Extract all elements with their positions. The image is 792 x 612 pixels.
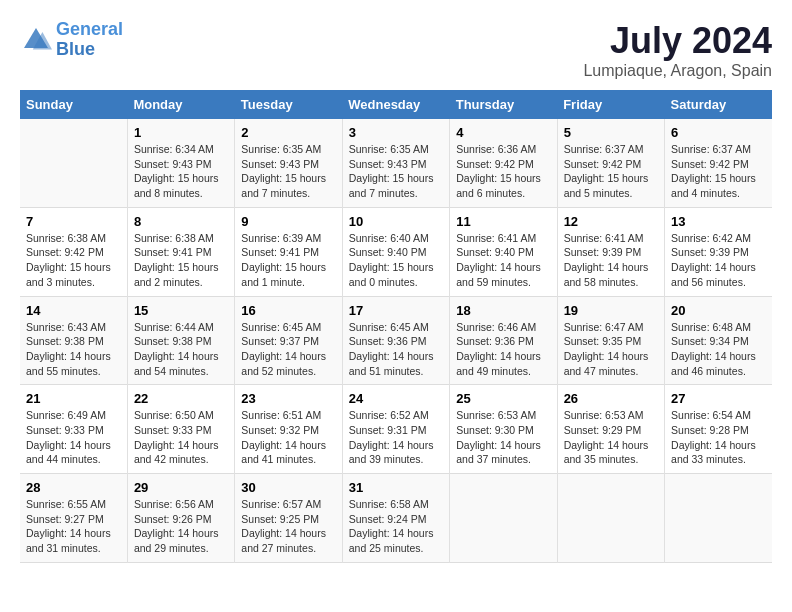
day-cell: 5Sunrise: 6:37 AMSunset: 9:42 PMDaylight… (557, 119, 664, 207)
day-number: 14 (26, 303, 121, 318)
day-info: Sunrise: 6:42 AMSunset: 9:39 PMDaylight:… (671, 231, 766, 290)
day-info: Sunrise: 6:41 AMSunset: 9:39 PMDaylight:… (564, 231, 658, 290)
subtitle: Lumpiaque, Aragon, Spain (583, 62, 772, 80)
day-number: 23 (241, 391, 335, 406)
main-title: July 2024 (583, 20, 772, 62)
day-cell: 7Sunrise: 6:38 AMSunset: 9:42 PMDaylight… (20, 207, 127, 296)
day-info: Sunrise: 6:38 AMSunset: 9:42 PMDaylight:… (26, 231, 121, 290)
day-cell: 28Sunrise: 6:55 AMSunset: 9:27 PMDayligh… (20, 474, 127, 563)
day-cell (450, 474, 557, 563)
day-cell: 18Sunrise: 6:46 AMSunset: 9:36 PMDayligh… (450, 296, 557, 385)
day-cell: 27Sunrise: 6:54 AMSunset: 9:28 PMDayligh… (665, 385, 772, 474)
day-number: 19 (564, 303, 658, 318)
day-info: Sunrise: 6:56 AMSunset: 9:26 PMDaylight:… (134, 497, 228, 556)
week-row-5: 28Sunrise: 6:55 AMSunset: 9:27 PMDayligh… (20, 474, 772, 563)
header-saturday: Saturday (665, 90, 772, 119)
day-number: 26 (564, 391, 658, 406)
day-number: 8 (134, 214, 228, 229)
logo-line1: General (56, 19, 123, 39)
day-number: 10 (349, 214, 443, 229)
day-info: Sunrise: 6:53 AMSunset: 9:30 PMDaylight:… (456, 408, 550, 467)
header-friday: Friday (557, 90, 664, 119)
day-cell: 13Sunrise: 6:42 AMSunset: 9:39 PMDayligh… (665, 207, 772, 296)
day-cell: 15Sunrise: 6:44 AMSunset: 9:38 PMDayligh… (127, 296, 234, 385)
day-number: 16 (241, 303, 335, 318)
day-number: 29 (134, 480, 228, 495)
day-info: Sunrise: 6:45 AMSunset: 9:37 PMDaylight:… (241, 320, 335, 379)
day-info: Sunrise: 6:47 AMSunset: 9:35 PMDaylight:… (564, 320, 658, 379)
day-number: 24 (349, 391, 443, 406)
day-number: 3 (349, 125, 443, 140)
day-number: 21 (26, 391, 121, 406)
day-number: 15 (134, 303, 228, 318)
calendar-table: SundayMondayTuesdayWednesdayThursdayFrid… (20, 90, 772, 563)
day-cell: 30Sunrise: 6:57 AMSunset: 9:25 PMDayligh… (235, 474, 342, 563)
day-number: 27 (671, 391, 766, 406)
day-cell: 20Sunrise: 6:48 AMSunset: 9:34 PMDayligh… (665, 296, 772, 385)
day-cell: 12Sunrise: 6:41 AMSunset: 9:39 PMDayligh… (557, 207, 664, 296)
day-cell: 22Sunrise: 6:50 AMSunset: 9:33 PMDayligh… (127, 385, 234, 474)
day-number: 5 (564, 125, 658, 140)
header-thursday: Thursday (450, 90, 557, 119)
page-header: General Blue July 2024 Lumpiaque, Aragon… (20, 20, 772, 80)
day-info: Sunrise: 6:46 AMSunset: 9:36 PMDaylight:… (456, 320, 550, 379)
day-cell: 23Sunrise: 6:51 AMSunset: 9:32 PMDayligh… (235, 385, 342, 474)
day-cell: 19Sunrise: 6:47 AMSunset: 9:35 PMDayligh… (557, 296, 664, 385)
day-cell: 16Sunrise: 6:45 AMSunset: 9:37 PMDayligh… (235, 296, 342, 385)
day-number: 20 (671, 303, 766, 318)
day-cell: 9Sunrise: 6:39 AMSunset: 9:41 PMDaylight… (235, 207, 342, 296)
logo: General Blue (20, 20, 123, 60)
day-cell: 17Sunrise: 6:45 AMSunset: 9:36 PMDayligh… (342, 296, 449, 385)
day-cell: 1Sunrise: 6:34 AMSunset: 9:43 PMDaylight… (127, 119, 234, 207)
day-number: 28 (26, 480, 121, 495)
week-row-4: 21Sunrise: 6:49 AMSunset: 9:33 PMDayligh… (20, 385, 772, 474)
week-row-2: 7Sunrise: 6:38 AMSunset: 9:42 PMDaylight… (20, 207, 772, 296)
logo-icon (20, 24, 52, 56)
day-cell: 31Sunrise: 6:58 AMSunset: 9:24 PMDayligh… (342, 474, 449, 563)
day-number: 7 (26, 214, 121, 229)
day-cell (557, 474, 664, 563)
day-info: Sunrise: 6:44 AMSunset: 9:38 PMDaylight:… (134, 320, 228, 379)
day-number: 9 (241, 214, 335, 229)
day-info: Sunrise: 6:38 AMSunset: 9:41 PMDaylight:… (134, 231, 228, 290)
day-cell: 6Sunrise: 6:37 AMSunset: 9:42 PMDaylight… (665, 119, 772, 207)
day-cell: 21Sunrise: 6:49 AMSunset: 9:33 PMDayligh… (20, 385, 127, 474)
day-info: Sunrise: 6:34 AMSunset: 9:43 PMDaylight:… (134, 142, 228, 201)
day-info: Sunrise: 6:53 AMSunset: 9:29 PMDaylight:… (564, 408, 658, 467)
day-info: Sunrise: 6:57 AMSunset: 9:25 PMDaylight:… (241, 497, 335, 556)
day-info: Sunrise: 6:43 AMSunset: 9:38 PMDaylight:… (26, 320, 121, 379)
day-info: Sunrise: 6:52 AMSunset: 9:31 PMDaylight:… (349, 408, 443, 467)
week-row-1: 1Sunrise: 6:34 AMSunset: 9:43 PMDaylight… (20, 119, 772, 207)
day-info: Sunrise: 6:37 AMSunset: 9:42 PMDaylight:… (564, 142, 658, 201)
logo-line2: Blue (56, 39, 95, 59)
day-number: 11 (456, 214, 550, 229)
day-info: Sunrise: 6:51 AMSunset: 9:32 PMDaylight:… (241, 408, 335, 467)
day-cell: 2Sunrise: 6:35 AMSunset: 9:43 PMDaylight… (235, 119, 342, 207)
header-sunday: Sunday (20, 90, 127, 119)
header-tuesday: Tuesday (235, 90, 342, 119)
day-cell: 25Sunrise: 6:53 AMSunset: 9:30 PMDayligh… (450, 385, 557, 474)
day-number: 17 (349, 303, 443, 318)
day-number: 13 (671, 214, 766, 229)
day-cell: 8Sunrise: 6:38 AMSunset: 9:41 PMDaylight… (127, 207, 234, 296)
day-info: Sunrise: 6:37 AMSunset: 9:42 PMDaylight:… (671, 142, 766, 201)
day-cell (20, 119, 127, 207)
day-number: 30 (241, 480, 335, 495)
day-cell: 4Sunrise: 6:36 AMSunset: 9:42 PMDaylight… (450, 119, 557, 207)
title-block: July 2024 Lumpiaque, Aragon, Spain (583, 20, 772, 80)
day-number: 31 (349, 480, 443, 495)
day-number: 2 (241, 125, 335, 140)
day-cell (665, 474, 772, 563)
day-cell: 10Sunrise: 6:40 AMSunset: 9:40 PMDayligh… (342, 207, 449, 296)
day-number: 6 (671, 125, 766, 140)
day-info: Sunrise: 6:49 AMSunset: 9:33 PMDaylight:… (26, 408, 121, 467)
day-info: Sunrise: 6:36 AMSunset: 9:42 PMDaylight:… (456, 142, 550, 201)
day-info: Sunrise: 6:40 AMSunset: 9:40 PMDaylight:… (349, 231, 443, 290)
logo-text: General Blue (56, 20, 123, 60)
day-cell: 26Sunrise: 6:53 AMSunset: 9:29 PMDayligh… (557, 385, 664, 474)
day-info: Sunrise: 6:35 AMSunset: 9:43 PMDaylight:… (349, 142, 443, 201)
day-cell: 3Sunrise: 6:35 AMSunset: 9:43 PMDaylight… (342, 119, 449, 207)
header-wednesday: Wednesday (342, 90, 449, 119)
day-number: 22 (134, 391, 228, 406)
day-number: 4 (456, 125, 550, 140)
